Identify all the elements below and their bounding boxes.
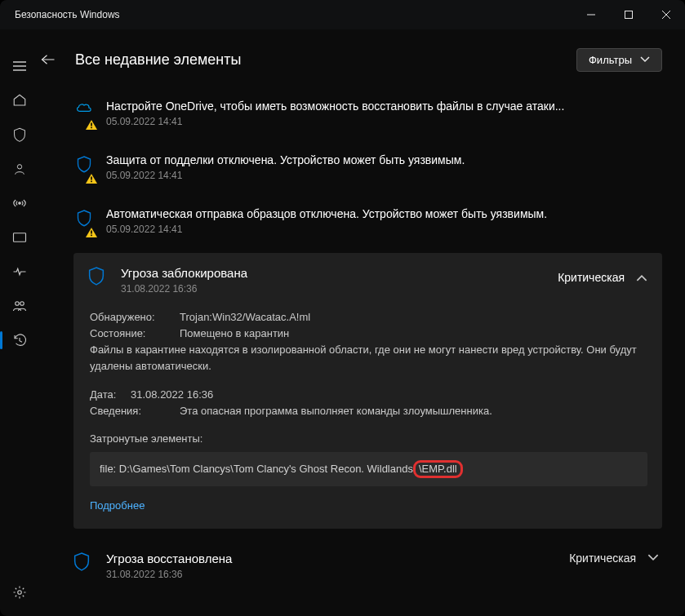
nav-rail (0, 29, 39, 616)
warning-badge-icon (86, 174, 97, 184)
shield-icon (88, 266, 109, 288)
svg-rect-1 (625, 11, 633, 19)
details-value: Эта опасная программа выполняет команды … (180, 403, 492, 419)
shield-icon[interactable] (0, 117, 39, 152)
threat-title: Угроза заблокирована (121, 266, 546, 280)
close-button[interactable] (647, 0, 685, 29)
items-list[interactable]: Настройте OneDrive, чтобы иметь возможно… (39, 83, 685, 616)
page-title: Все недавние элементы (75, 51, 563, 69)
svg-rect-16 (91, 177, 92, 180)
shield-icon (73, 552, 95, 574)
svg-point-12 (18, 591, 22, 595)
notice-item[interactable]: Защита от подделки отключена. Устройство… (73, 142, 662, 196)
home-icon[interactable] (0, 83, 39, 117)
restored-severity: Критическая (569, 552, 636, 565)
more-link[interactable]: Подробнее (90, 498, 647, 514)
notice-item[interactable]: Настройте OneDrive, чтобы иметь возможно… (73, 88, 662, 142)
warning-badge-icon (86, 228, 97, 237)
header-row: Все недавние элементы Фильтры (39, 29, 685, 83)
filters-label: Фильтры (589, 54, 632, 66)
restored-title: Угроза восстановлена (106, 552, 558, 565)
svg-rect-15 (91, 127, 92, 129)
date-value: 31.08.2022 16:36 (131, 387, 213, 403)
threat-time: 31.08.2022 16:36 (121, 283, 546, 295)
body: Все недавние элементы Фильтры Настройте … (0, 29, 685, 616)
chevron-up-icon[interactable] (636, 274, 647, 281)
history-icon[interactable] (0, 323, 39, 357)
titlebar: Безопасность Windows (0, 0, 685, 29)
threat-header[interactable]: Угроза заблокирована 31.08.2022 16:36 Кр… (88, 266, 647, 295)
svg-rect-9 (14, 233, 26, 242)
onedrive-icon (73, 100, 95, 127)
detected-value: Trojan:Win32/Wacatac.A!ml (180, 309, 310, 326)
svg-point-8 (19, 202, 20, 204)
date-label: Дата: (90, 387, 131, 403)
menu-icon[interactable] (0, 49, 39, 83)
restored-time: 31.08.2022 16:36 (106, 569, 558, 580)
threat-card: Угроза заблокирована 31.08.2022 16:36 Кр… (73, 253, 662, 529)
state-value: Помещено в карантин (180, 326, 289, 342)
state-label: Состояние: (90, 326, 180, 342)
svg-rect-17 (91, 181, 92, 183)
warning-badge-icon (86, 120, 97, 130)
window-root: Безопасность Windows (0, 0, 685, 616)
threat-details: Обнаружено: Trojan:Win32/Wacatac.A!ml Со… (88, 295, 647, 514)
shield-icon (73, 153, 95, 181)
minimize-button[interactable] (572, 0, 610, 29)
details-label: Сведения: (90, 403, 180, 419)
notice-item[interactable]: Автоматическая отправка образцов отключе… (73, 196, 662, 250)
restored-item[interactable]: Угроза восстановлена 31.08.2022 16:36 Кр… (73, 538, 662, 585)
svg-point-7 (17, 165, 21, 169)
maximize-button[interactable] (610, 0, 647, 29)
svg-rect-14 (91, 123, 92, 126)
settings-icon[interactable] (0, 575, 39, 609)
chevron-down-icon (640, 56, 650, 63)
notice-time: 05.09.2022 14:41 (106, 224, 659, 235)
quarantine-note: Файлы в карантине находятся в изолирован… (90, 342, 647, 374)
filters-button[interactable]: Фильтры (576, 48, 662, 72)
notice-title: Настройте OneDrive, чтобы иметь возможно… (106, 100, 659, 113)
detected-label: Обнаружено: (90, 309, 180, 326)
affected-items: file: D:\Games\Tom Clancys\Tom Clancy's … (90, 452, 647, 486)
shield-icon (73, 207, 95, 235)
window-title: Безопасность Windows (15, 9, 572, 20)
notice-title: Защита от подделки отключена. Устройство… (106, 153, 659, 166)
content: Все недавние элементы Фильтры Настройте … (39, 29, 685, 616)
affected-highlight: \EMP.dll (413, 460, 463, 478)
notice-time: 05.09.2022 14:41 (106, 116, 659, 127)
chevron-down-icon[interactable] (647, 554, 659, 561)
family-icon[interactable] (0, 289, 39, 323)
affected-prefix: file: D:\Games\Tom Clancys\Tom Clancy's … (100, 463, 413, 475)
firewall-icon[interactable] (0, 186, 39, 220)
app-browser-icon[interactable] (0, 220, 39, 255)
svg-point-10 (16, 302, 20, 306)
svg-rect-18 (91, 231, 92, 234)
account-icon[interactable] (0, 152, 39, 186)
threat-severity: Критическая (558, 271, 625, 284)
svg-point-11 (20, 302, 24, 306)
device-health-icon[interactable] (0, 255, 39, 289)
notice-title: Автоматическая отправка образцов отключе… (106, 207, 659, 220)
affected-label: Затронутые элементы: (90, 431, 647, 447)
svg-rect-19 (91, 235, 92, 237)
back-button[interactable] (39, 46, 62, 73)
notice-time: 05.09.2022 14:41 (106, 170, 659, 181)
